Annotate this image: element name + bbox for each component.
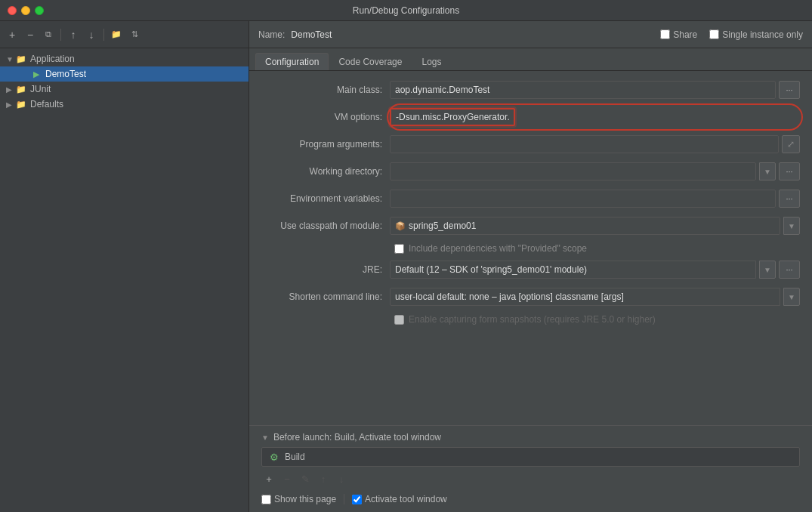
sidebar-label-defaults: Defaults: [30, 99, 63, 109]
shorten-cmd-wrapper: user-local default: none – java [options…: [390, 288, 780, 306]
before-launch-section: ▼ Before launch: Build, Activate tool wi…: [249, 425, 812, 512]
config-panel: Main class: ··· VM options: Program argu…: [249, 71, 812, 425]
tab-logs[interactable]: Logs: [412, 53, 451, 70]
env-vars-input[interactable]: [390, 190, 776, 208]
sidebar-item-defaults[interactable]: ▶ 📁 Defaults: [0, 97, 249, 112]
before-launch-list: ⚙ Build: [261, 447, 800, 467]
capture-snapshots-label[interactable]: Enable capturing form snapshots (require…: [394, 314, 656, 325]
tab-code-coverage[interactable]: Code Coverage: [329, 53, 412, 70]
classpath-select-wrapper: 📦 spring5_demo01: [390, 217, 780, 235]
env-vars-label: Environment variables:: [261, 193, 390, 204]
main-class-control: ···: [390, 81, 800, 99]
tree-arrow-defaults: ▶: [6, 100, 15, 109]
working-dir-browse-button[interactable]: ···: [779, 162, 800, 180]
launch-down-button[interactable]: ↓: [334, 471, 349, 486]
working-dir-row: Working directory: ▼ ···: [261, 162, 800, 181]
launch-add-button[interactable]: +: [261, 471, 276, 486]
main-class-browse-button[interactable]: ···: [779, 81, 800, 99]
sidebar-item-junit[interactable]: ▶ 📁 JUnit: [0, 82, 249, 97]
env-vars-control: ···: [390, 190, 800, 208]
name-input[interactable]: [291, 29, 442, 40]
classpath-label: Use classpath of module:: [261, 221, 390, 231]
show-page-label[interactable]: Show this page: [261, 494, 336, 504]
sidebar-tree: ▼ 📁 Application ▶ DemoTest ▶ 📁 JUnit ▶ 📁…: [0, 48, 249, 512]
sidebar-label-application: Application: [30, 54, 75, 64]
name-label: Name:: [258, 29, 285, 40]
vm-options-control: [390, 108, 800, 126]
tree-arrow-application: ▼: [6, 55, 15, 63]
maximize-button[interactable]: [35, 6, 44, 15]
classpath-row: Use classpath of module: 📦 spring5_demo0…: [261, 216, 800, 236]
launch-up-button[interactable]: ↑: [316, 471, 331, 486]
activate-tool-checkbox[interactable]: [352, 495, 362, 504]
title-bar: Run/Debug Configurations: [0, 0, 812, 21]
share-checkbox-label[interactable]: Share: [660, 29, 697, 40]
main-class-input[interactable]: [390, 81, 776, 99]
working-dir-dropdown-button[interactable]: ▼: [759, 162, 776, 180]
share-area: Share Single instance only: [660, 29, 803, 40]
jre-value: Default (12 – SDK of 'spring5_demo01' mo…: [395, 264, 587, 275]
tab-configuration[interactable]: Configuration: [255, 53, 329, 70]
name-row: Name: Share Single instance only: [249, 21, 812, 48]
launch-toolbar: + − ✎ ↑ ↓: [261, 471, 800, 486]
shorten-cmd-row: Shorten command line: user-local default…: [261, 287, 800, 307]
junit-folder-icon: 📁: [15, 83, 27, 95]
show-page-checkbox[interactable]: [261, 495, 271, 504]
single-instance-checkbox[interactable]: [709, 29, 719, 39]
before-launch-collapse-arrow[interactable]: ▼: [261, 433, 269, 442]
config-content: Name: Share Single instance only Configu…: [249, 21, 812, 512]
include-deps-label[interactable]: Include dependencies with "Provided" sco…: [394, 243, 587, 254]
launch-item-build-label: Build: [285, 452, 305, 462]
program-args-expand-button[interactable]: ⤢: [782, 135, 800, 153]
capture-snapshots-checkbox[interactable]: [394, 315, 404, 325]
activate-tool-label[interactable]: Activate tool window: [352, 494, 447, 504]
sort-button[interactable]: ⇅: [127, 27, 142, 42]
share-checkbox[interactable]: [660, 29, 670, 39]
activate-tool-text: Activate tool window: [365, 494, 447, 504]
jre-dropdown-button[interactable]: ▼: [759, 261, 776, 279]
env-vars-browse-button[interactable]: ···: [779, 190, 800, 208]
launch-remove-button[interactable]: −: [279, 471, 295, 486]
copy-config-button[interactable]: ⧉: [41, 27, 56, 42]
program-args-row: Program arguments: ⤢: [261, 134, 800, 154]
jre-select-wrapper: Default (12 – SDK of 'spring5_demo01' mo…: [390, 261, 756, 279]
close-button[interactable]: [8, 6, 17, 15]
program-args-input[interactable]: [390, 135, 779, 153]
jre-label: JRE:: [261, 264, 390, 275]
working-dir-input[interactable]: [390, 162, 756, 180]
classpath-control: 📦 spring5_demo01 ▼: [390, 217, 800, 235]
classpath-dropdown-button[interactable]: ▼: [783, 217, 800, 235]
move-down-button[interactable]: ↓: [84, 27, 99, 42]
working-dir-wrapper: [390, 162, 756, 180]
sidebar-toolbar: + − ⧉ ↑ ↓ 📁 ⇅: [0, 21, 249, 48]
toolbar-sep-1: [60, 29, 61, 41]
classpath-value: spring5_demo01: [409, 221, 476, 231]
minimize-button[interactable]: [21, 6, 30, 15]
move-up-button[interactable]: ↑: [66, 27, 81, 42]
sidebar-item-demotest[interactable]: ▶ DemoTest: [0, 66, 249, 82]
include-deps-checkbox[interactable]: [394, 244, 404, 254]
launch-edit-button[interactable]: ✎: [298, 471, 313, 486]
toolbar-sep-2: [103, 29, 104, 41]
include-deps-text: Include dependencies with "Provided" sco…: [409, 243, 587, 254]
add-config-button[interactable]: +: [5, 27, 20, 42]
add-folder-button[interactable]: 📁: [109, 27, 124, 42]
shorten-cmd-value: user-local default: none – java [options…: [395, 291, 624, 302]
jre-browse-button[interactable]: ···: [779, 261, 800, 279]
show-page-text: Show this page: [274, 494, 336, 504]
tabs-bar: Configuration Code Coverage Logs: [249, 48, 812, 71]
sidebar-item-application[interactable]: ▼ 📁 Application: [0, 51, 249, 66]
share-label: Share: [673, 29, 697, 40]
main-container: + − ⧉ ↑ ↓ 📁 ⇅ ▼ 📁 Application ▶ DemoTest: [0, 21, 812, 512]
remove-config-button[interactable]: −: [23, 27, 38, 42]
main-class-label: Main class:: [261, 85, 390, 95]
vm-options-input[interactable]: [390, 108, 515, 126]
single-instance-label[interactable]: Single instance only: [709, 29, 803, 40]
capture-snapshots-text: Enable capturing form snapshots (require…: [409, 314, 656, 325]
program-args-control: ⤢: [390, 135, 800, 153]
window-controls[interactable]: [8, 6, 44, 15]
tree-arrow-junit: ▶: [6, 85, 15, 94]
shorten-cmd-dropdown-button[interactable]: ▼: [783, 288, 800, 306]
run-config-icon: ▶: [30, 68, 42, 80]
working-dir-control: ▼ ···: [390, 162, 800, 180]
